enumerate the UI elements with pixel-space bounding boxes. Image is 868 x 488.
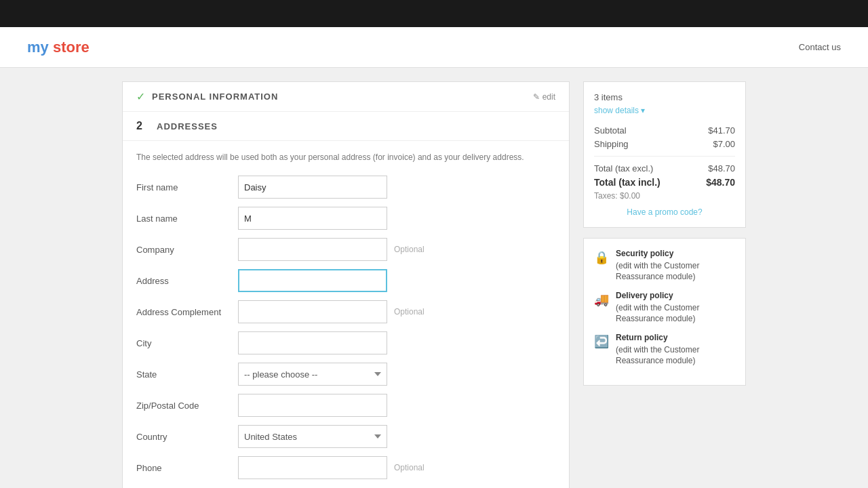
delivery-policy-name: Delivery policy <box>616 291 735 300</box>
show-details-label: show details <box>594 106 639 115</box>
order-summary: 3 items show details ▾ Subtotal $41.70 S… <box>583 81 746 228</box>
zip-row: Zip/Postal Code <box>136 394 555 417</box>
address-row: Address <box>136 269 555 292</box>
subtotal-row: Subtotal $41.70 <box>594 125 735 136</box>
step1-checkmark: ✓ <box>136 90 145 103</box>
return-policy-item: ↩️ Return policy (edit with the Customer… <box>594 333 735 365</box>
delivery-policy-text: Delivery policy (edit with the Customer … <box>616 291 735 323</box>
company-row: Company Optional <box>136 238 555 261</box>
addresses-description: The selected address will be used both a… <box>136 151 555 163</box>
total-incl-value: $48.70 <box>706 177 735 188</box>
phone-input[interactable] <box>238 456 387 479</box>
zip-input[interactable] <box>238 394 387 417</box>
last-name-label: Last name <box>136 214 231 224</box>
country-select[interactable]: United States <box>238 425 387 448</box>
address-complement-input[interactable] <box>238 300 387 323</box>
policies-section: 🔒 Security policy (edit with the Custome… <box>583 238 746 386</box>
total-excl-row: Total (tax excl.) $48.70 <box>594 163 735 174</box>
security-policy-description: (edit with the Customer Reassurance modu… <box>616 261 699 281</box>
logo-my: my <box>27 39 49 56</box>
country-label: Country <box>136 432 231 442</box>
total-excl-label: Total (tax excl.) <box>594 163 653 174</box>
subtotal-value: $41.70 <box>708 125 735 136</box>
delivery-policy-description: (edit with the Customer Reassurance modu… <box>616 303 699 323</box>
first-name-input[interactable] <box>238 176 387 199</box>
delivery-policy-item: 🚚 Delivery policy (edit with the Custome… <box>594 291 735 323</box>
zip-label: Zip/Postal Code <box>136 401 231 411</box>
phone-row: Phone Optional <box>136 456 555 479</box>
items-count: 3 items <box>594 92 735 102</box>
top-bar <box>0 0 868 27</box>
city-input[interactable] <box>238 331 387 354</box>
phone-optional: Optional <box>394 463 425 472</box>
promo-code-link[interactable]: Have a promo code? <box>594 207 735 217</box>
step1-title: PERSONAL INFORMATION <box>152 92 278 102</box>
step2-title: ADDRESSES <box>157 121 218 131</box>
step1-edit-link[interactable]: ✎ edit <box>533 92 555 102</box>
address-complement-label: Address Complement <box>136 307 231 317</box>
city-row: City <box>136 331 555 354</box>
contact-us-link[interactable]: Contact us <box>799 42 841 52</box>
return-policy-name: Return policy <box>616 333 735 342</box>
subtotal-label: Subtotal <box>594 125 627 136</box>
step2-number: 2 <box>136 120 150 132</box>
step2-header: 2 ADDRESSES <box>123 112 569 141</box>
first-name-label: First name <box>136 182 231 192</box>
security-policy-name: Security policy <box>616 249 735 258</box>
security-policy-icon: 🔒 <box>594 250 609 265</box>
last-name-input[interactable] <box>238 207 387 230</box>
phone-label: Phone <box>136 463 231 473</box>
chevron-down-icon: ▾ <box>641 106 645 115</box>
security-policy-text: Security policy (edit with the Customer … <box>616 249 735 281</box>
address-complement-optional: Optional <box>394 307 425 317</box>
main-content: ✓ PERSONAL INFORMATION ✎ edit 2 ADDRESSE… <box>95 68 773 488</box>
return-policy-icon: ↩️ <box>594 334 609 349</box>
logo-store: store <box>53 39 90 56</box>
taxes-row: Taxes: $0.00 <box>594 191 735 201</box>
sidebar: 3 items show details ▾ Subtotal $41.70 S… <box>583 81 746 488</box>
company-input[interactable] <box>238 238 387 261</box>
addresses-section: The selected address will be used both a… <box>123 141 569 488</box>
nav-bar: my store Contact us <box>0 27 868 68</box>
first-name-row: First name <box>136 176 555 199</box>
city-label: City <box>136 338 231 348</box>
logo: my store <box>27 39 90 56</box>
security-policy-item: 🔒 Security policy (edit with the Custome… <box>594 249 735 281</box>
shipping-row: Shipping $7.00 <box>594 139 735 149</box>
address-label: Address <box>136 276 231 286</box>
return-policy-text: Return policy (edit with the Customer Re… <box>616 333 735 365</box>
state-row: State -- please choose -- <box>136 363 555 386</box>
delivery-policy-icon: 🚚 <box>594 292 609 307</box>
company-optional: Optional <box>394 245 425 254</box>
country-row: Country United States <box>136 425 555 448</box>
step1-header: ✓ PERSONAL INFORMATION ✎ edit <box>123 82 569 112</box>
shipping-label: Shipping <box>594 139 629 149</box>
show-details-link[interactable]: show details ▾ <box>594 106 735 115</box>
summary-divider <box>594 156 735 157</box>
address-input[interactable] <box>238 269 387 292</box>
total-incl-label: Total (tax incl.) <box>594 177 660 188</box>
shipping-value: $7.00 <box>713 139 735 149</box>
return-policy-description: (edit with the Customer Reassurance modu… <box>616 345 699 365</box>
company-label: Company <box>136 245 231 255</box>
form-section: ✓ PERSONAL INFORMATION ✎ edit 2 ADDRESSE… <box>122 81 570 488</box>
total-excl-value: $48.70 <box>708 163 735 174</box>
state-label: State <box>136 369 231 380</box>
last-name-row: Last name <box>136 207 555 230</box>
total-incl-row: Total (tax incl.) $48.70 <box>594 177 735 188</box>
state-select[interactable]: -- please choose -- <box>238 363 387 386</box>
address-complement-row: Address Complement Optional <box>136 300 555 323</box>
